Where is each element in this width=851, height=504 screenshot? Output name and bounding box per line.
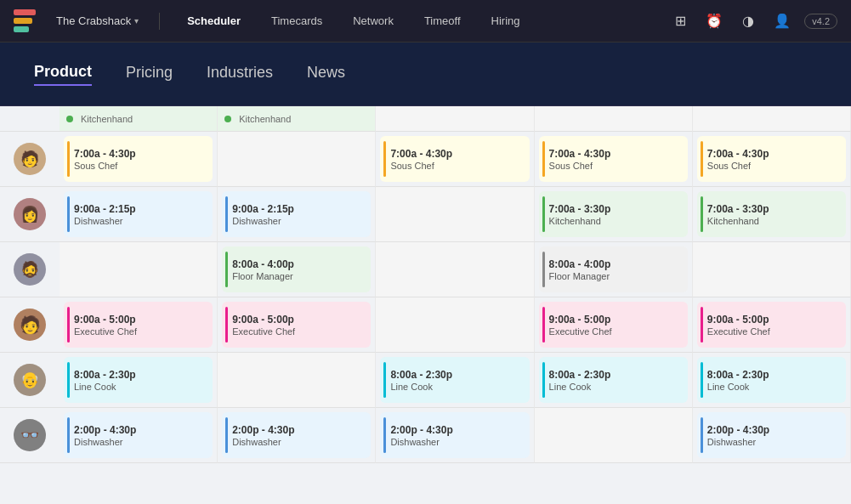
shift-r6c3[interactable]: 2:00p - 4:30p Dishwasher [376,408,534,463]
shift-time-r4c2: 9:00a - 5:00p [232,314,364,326]
kh-empty-1 [376,106,534,132]
shift-card-r2c2: 9:00a - 2:15p Dishwasher [222,191,371,237]
shift-time-r2c4: 7:00a - 3:30p [549,203,681,215]
shift-role-r4c4: Executive Chef [549,326,681,337]
shift-time-r5c4: 8:00a - 2:30p [549,369,681,381]
brand-label: The Crabshack [56,14,131,27]
kh-col1: Kitchenhand [60,106,218,132]
content-area: Kitchenhand Kitchenhand 🧑 7:00a - 4:30p … [0,106,851,504]
shift-r3c4[interactable]: 8:00a - 4:00p Floor Manager [535,242,693,297]
shift-role-r6c3: Dishwasher [390,437,522,447]
shift-r3c3-empty [376,242,534,297]
shift-r5c3[interactable]: 8:00a - 2:30p Line Cook [376,353,534,408]
shift-time-r2c5: 7:00a - 3:30p [707,203,839,215]
shift-r1c4[interactable]: 7:00a - 4:30p Sous Chef [535,132,693,187]
shift-card-r1c5: 7:00a - 4:30p Sous Chef [697,136,846,182]
promo-industries[interactable]: Industries [207,64,273,85]
nav-right: ⊞ ⏰ ◑ 👤 v4.2 [668,9,837,33]
shift-time-r6c3: 2:00p - 4:30p [390,424,522,436]
shift-r4c1[interactable]: 9:00a - 5:00p Executive Chef [60,297,218,353]
shift-r5c5[interactable]: 8:00a - 2:30p Line Cook [693,353,851,408]
avatar-1: 🧑 [14,143,46,175]
shift-r1c1[interactable]: 7:00a - 4:30p Sous Chef [60,132,218,187]
shift-role-r5c1: Line Cook [74,382,206,392]
avatar-row4: 🧑 [0,297,60,353]
shift-role-r1c5: Sous Chef [707,161,839,171]
nav-timecards[interactable]: Timecards [264,11,329,31]
kh-empty-3 [693,106,851,132]
shift-role-r2c4: Kitchenhand [549,216,681,226]
shift-r6c1[interactable]: 2:00p - 4:30p Dishwasher [60,408,218,463]
nav-timeoff[interactable]: Timeoff [417,11,468,31]
shift-role-r3c4: Floor Manager [549,271,681,281]
shift-card-r4c1: 9:00a - 5:00p Executive Chef [64,302,213,348]
shift-r2c2[interactable]: 9:00a - 2:15p Dishwasher [218,187,376,242]
shift-role-r6c2: Dishwasher [232,437,364,447]
avatar-row6: 👓 [0,408,60,463]
shift-r2c4[interactable]: 7:00a - 3:30p Kitchenhand [535,187,693,242]
top-nav: The Crabshack ▾ Scheduler Timecards Netw… [0,0,851,42]
shift-role-r4c2: Executive Chef [232,326,364,337]
shift-time-r2c2: 9:00a - 2:15p [232,203,364,215]
shift-r1c5[interactable]: 7:00a - 4:30p Sous Chef [693,132,851,187]
nav-network[interactable]: Network [346,11,400,31]
shift-r4c4[interactable]: 9:00a - 5:00p Executive Chef [535,297,693,353]
layout-icon[interactable]: ⊞ [668,9,692,33]
logo-layer-2 [14,18,32,24]
shift-time-r4c4: 9:00a - 5:00p [549,314,681,326]
shift-r4c3-empty [376,297,534,353]
shift-card-r2c5: 7:00a - 3:30p Kitchenhand [697,191,846,237]
shift-card-r5c3: 8:00a - 2:30p Line Cook [380,357,529,403]
shift-time-r6c5: 2:00p - 4:30p [707,424,839,436]
brand-chevron: ▾ [134,16,139,25]
shift-r6c2[interactable]: 2:00p - 4:30p Dishwasher [218,408,376,463]
brand-name[interactable]: The Crabshack ▾ [56,14,139,27]
shift-r6c5[interactable]: 2:00p - 4:30p Dishwasher [693,408,851,463]
nav-hiring[interactable]: Hiring [485,11,527,31]
shift-card-r6c3: 2:00p - 4:30p Dishwasher [380,412,529,458]
shift-r2c1[interactable]: 9:00a - 2:15p Dishwasher [60,187,218,242]
promo-pricing[interactable]: Pricing [126,64,173,85]
moon-icon[interactable]: ◑ [736,9,760,33]
promo-bar: Product Pricing Industries News [0,42,851,106]
shift-r5c1[interactable]: 8:00a - 2:30p Line Cook [60,353,218,408]
shift-time-r4c1: 9:00a - 5:00p [74,314,206,326]
shift-r1c2-empty [218,132,376,187]
shift-role-r4c1: Executive Chef [74,326,206,337]
shift-card-r4c2: 9:00a - 5:00p Executive Chef [222,302,371,348]
shift-card-r6c1: 2:00p - 4:30p Dishwasher [64,412,213,458]
shift-card-r6c2: 2:00p - 4:30p Dishwasher [222,412,371,458]
shift-card-r6c5: 2:00p - 4:30p Dishwasher [697,412,846,458]
version-badge: v4.2 [804,14,837,29]
shift-r2c5[interactable]: 7:00a - 3:30p Kitchenhand [693,187,851,242]
shift-r5c4[interactable]: 8:00a - 2:30p Line Cook [535,353,693,408]
shift-r4c5[interactable]: 9:00a - 5:00p Executive Chef [693,297,851,353]
kh-empty-2 [535,106,693,132]
user-icon[interactable]: 👤 [770,9,794,33]
shift-time-r6c2: 2:00p - 4:30p [232,424,364,436]
shift-role-r2c5: Kitchenhand [707,216,839,226]
kh-label-1: Kitchenhand [81,114,133,124]
promo-news[interactable]: News [307,64,345,85]
kh-dot-2 [224,116,231,122]
shift-time-r1c1: 7:00a - 4:30p [74,148,206,160]
kh-dot-1 [66,116,73,122]
shift-r1c3[interactable]: 7:00a - 4:30p Sous Chef [376,132,534,187]
shift-role-r2c2: Dishwasher [232,216,364,226]
shift-role-r1c4: Sous Chef [549,161,681,171]
promo-product[interactable]: Product [34,63,92,86]
shift-role-r5c5: Line Cook [707,382,839,392]
shift-time-r5c3: 8:00a - 2:30p [390,369,522,381]
scheduler-grid: Kitchenhand Kitchenhand 🧑 7:00a - 4:30p … [0,106,851,463]
shift-r3c1-empty [60,242,218,297]
avatar-row5: 👴 [0,353,60,408]
shift-card-r2c4: 7:00a - 3:30p Kitchenhand [539,191,688,237]
kh-avatar-cell [0,106,60,132]
avatar-3: 🧔 [14,253,46,286]
shift-r4c2[interactable]: 9:00a - 5:00p Executive Chef [218,297,376,353]
shift-r3c2[interactable]: 8:00a - 4:00p Floor Manager [218,242,376,297]
shift-time-r5c5: 8:00a - 2:30p [707,369,839,381]
shift-role-r3c2: Floor Manager [232,271,364,281]
nav-scheduler[interactable]: Scheduler [180,11,247,31]
alarm-icon[interactable]: ⏰ [702,9,726,33]
